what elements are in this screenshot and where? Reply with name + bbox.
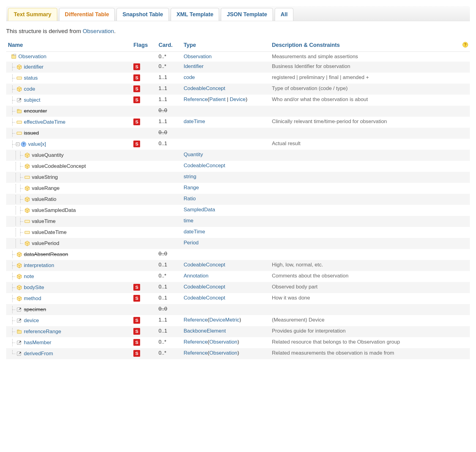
element-name[interactable]: bodySite [24,284,44,291]
tab-text-summary[interactable]: Text Summary [8,8,57,21]
type-link[interactable]: SampledData [184,207,215,213]
type-link[interactable]: Ratio [184,196,196,202]
type-link[interactable]: Reference [184,96,207,102]
col-name[interactable]: Name [6,40,132,52]
table-row: valueQuantityQuantity [6,150,470,161]
description: Measurements and simple assertions [270,52,470,62]
type-link[interactable]: CodeableConcept [184,85,225,91]
cardinality: 1..1 [158,119,167,124]
element-name[interactable]: value[x] [28,141,46,147]
type-link[interactable]: Patient [209,96,225,102]
must-support-flag: S [133,63,140,70]
element-name[interactable]: Observation [18,54,46,60]
must-support-flag: S [133,328,140,335]
tab-all[interactable]: All [275,8,293,21]
datatype-icon [24,208,30,213]
element-name[interactable]: note [24,273,34,280]
type-link[interactable]: CodeableConcept [184,262,225,268]
table-row: valueCodeableConceptCodeableConcept [6,161,470,172]
col-type[interactable]: Type [182,40,270,52]
datatype-icon [17,86,22,92]
intro-suffix: . [114,28,116,34]
type-separator: | [225,96,230,102]
element-name[interactable]: derivedFrom [24,351,53,357]
element-name: valueTime [32,218,56,224]
tab-snapshot-table[interactable]: Snapshot Table [117,8,169,21]
type-link[interactable]: CodeableConcept [184,295,225,301]
type-link[interactable]: Range [184,185,199,190]
element-name[interactable]: effectiveDateTime [24,119,65,125]
type-link[interactable]: code [184,74,195,80]
type-link[interactable]: Observation [184,54,212,59]
element-name[interactable]: subject [24,97,40,103]
table-row: valueSampledDataSampledData [6,205,470,216]
type-link[interactable]: Annotation [184,273,208,279]
element-name[interactable]: identifier [24,64,43,70]
tab-json-template[interactable]: JSON Template [221,8,273,21]
help-icon[interactable]: ? [463,42,468,47]
element-name[interactable]: status [24,75,38,81]
svg-rect-17 [17,330,19,331]
structure-table: Name Flags Card. Type Description & Cons… [6,40,470,359]
type-link[interactable]: dateTime [184,229,205,235]
datatype-icon [17,252,22,257]
svg-rect-0 [12,55,16,58]
primitive-icon [17,130,22,136]
col-flags[interactable]: Flags [132,40,157,52]
element-name[interactable]: interpretation [24,262,54,269]
description [270,216,470,227]
tab-xml-template[interactable]: XML Template [171,8,219,21]
description [270,205,470,216]
type-link[interactable]: Reference [184,339,207,345]
tab-differential-table[interactable]: Differential Table [59,8,115,21]
datatype-icon [24,164,30,169]
col-card[interactable]: Card. [157,40,182,52]
table-row: referenceRangeS0..1BackboneElementProvid… [6,326,470,337]
must-support-flag: S [133,284,140,291]
description [270,238,470,249]
type-link[interactable]: Reference [184,317,207,323]
description: Observed body part [270,282,470,293]
element-name[interactable]: device [24,318,39,324]
cardinality: 0..1 [158,284,167,290]
type-link[interactable]: CodeableConcept [184,284,225,290]
must-support-flag: S [133,119,140,125]
table-row: deviceS1..1Reference(DeviceMetric)(Measu… [6,315,470,326]
type-separator: ) [237,339,239,345]
type-link[interactable]: Observation [209,350,237,356]
description: Clinically relevant time/time-period for… [270,117,470,128]
cardinality: 0..* [158,350,166,356]
description [270,183,470,194]
type-link[interactable]: Quantity [184,152,203,157]
description: (Measurement) Device [270,315,470,326]
element-name[interactable]: method [24,296,41,302]
cardinality: 0..1 [158,141,167,146]
cardinality: 1..1 [158,317,167,323]
type-link[interactable]: Reference [184,350,207,356]
tree-expander[interactable]: − [16,142,20,146]
description [270,150,470,161]
reference-icon [17,97,22,103]
type-link[interactable]: Identifier [184,63,203,69]
element-name[interactable]: hasMember [24,340,51,346]
type-link[interactable]: BackboneElement [184,328,226,334]
type-link[interactable]: Device [230,96,246,102]
element-name[interactable]: referenceRange [24,329,61,335]
type-link[interactable]: dateTime [184,119,205,124]
element-name[interactable]: code [24,86,35,92]
type-link[interactable]: CodeableConcept [184,163,225,168]
intro-link[interactable]: Observation [83,28,114,34]
type-link[interactable]: DeviceMetric [209,317,239,323]
element-name: encounter [24,108,47,114]
type-link[interactable]: Period [184,240,199,246]
must-support-flag: S [133,96,140,103]
svg-rect-3 [17,77,22,79]
svg-rect-12 [25,220,30,223]
table-row: hasMemberS0..*Reference(Observation)Rela… [6,337,470,348]
svg-rect-7 [17,121,22,123]
type-link[interactable]: string [184,174,196,179]
cardinality: 1..1 [158,96,167,102]
type-link[interactable]: time [184,218,193,224]
datatype-icon [17,285,22,290]
type-link[interactable]: Observation [209,339,237,345]
